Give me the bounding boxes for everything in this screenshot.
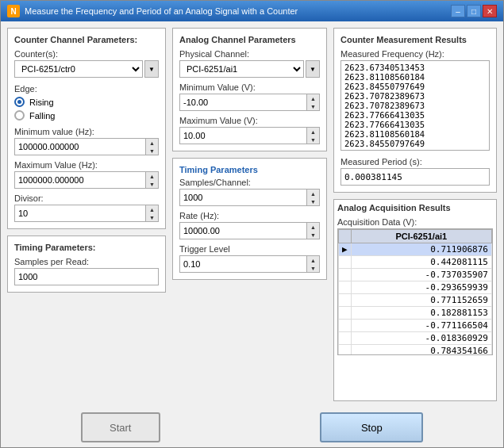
close-button[interactable]: ✕ [483,5,497,17]
row-arrow-cell [339,281,352,294]
edge-radio-group: Rising Falling [14,97,159,121]
right-column: Counter Measurement Results Measured Fre… [333,28,497,401]
rate-row: 10000.00 ▲ ▼ [179,222,320,239]
samples-channel-up[interactable]: ▲ [307,190,319,197]
rate-input[interactable]: 10000.00 [179,222,307,239]
middle-bottom-spacer [172,286,327,401]
analog-min-row: -10.00 ▲ ▼ [179,94,320,111]
samples-channel-spinner: ▲ ▼ [307,189,320,206]
max-hz-section: Maximum Value (Hz): 1000000.000000 ▲ ▼ [14,160,159,189]
row-arrow-cell [339,269,352,281]
row-value-cell: 0.711906876 [351,243,491,256]
divisor-spinner: ▲ ▼ [146,205,159,222]
table-row: -0.771166504 [339,320,492,332]
title-bar-left: N Measure the Frequency and Period of an… [7,5,298,17]
row-arrow-cell: ▶ [339,243,352,256]
samples-channel-input[interactable]: 1000 [179,189,307,206]
analog-min-down[interactable]: ▼ [307,102,319,110]
max-hz-up[interactable]: ▲ [146,172,158,180]
analog-max-spinner: ▲ ▼ [307,127,320,144]
row-value-cell: 0.771152659 [351,294,491,307]
table-row: ▶0.711906876 [339,243,492,256]
analog-min-input[interactable]: -10.00 [179,94,307,111]
analog-max-down[interactable]: ▼ [307,136,319,144]
divisor-section: Divisor: 10 ▲ ▼ [14,193,159,222]
rising-radio[interactable] [14,97,25,107]
min-hz-spinner: ▲ ▼ [146,138,159,155]
rate-spinner: ▲ ▼ [307,222,320,239]
analog-max-label: Maximum Value (V): [179,116,320,125]
table-row: 0.182881153 [339,307,492,320]
trigger-row: 0.10 ▲ ▼ [179,255,320,273]
window-title: Measure the Frequency and Period of an A… [25,6,298,16]
rate-down[interactable]: ▼ [307,231,319,239]
frequency-label: Measured Frequency (Hz): [340,49,490,59]
table-row: -0.293659939 [339,281,492,294]
divisor-up[interactable]: ▲ [146,205,158,213]
row-value-cell: -0.737035907 [351,269,491,281]
row-arrow-cell [339,332,352,345]
analog-min-up[interactable]: ▲ [307,94,319,102]
divisor-down[interactable]: ▼ [146,213,158,221]
frequency-results [340,60,490,151]
divisor-input[interactable]: 10 [14,205,146,222]
samples-per-read-input[interactable]: 1000 [14,268,159,285]
falling-radio[interactable] [14,110,25,121]
trigger-input[interactable]: 0.10 [179,255,307,273]
min-hz-input[interactable]: 100000.000000 [14,138,146,155]
rising-radio-row[interactable]: Rising [14,97,159,107]
analog-max-input[interactable]: 10.00 [179,127,307,144]
counter-section-title: Counter Channel Parameters: [14,35,159,44]
acq-label: Acquisition Data (V): [337,217,493,227]
trigger-label: Trigger Level [179,244,320,254]
table-row: -0.018360929 [339,332,492,345]
min-hz-down[interactable]: ▼ [146,147,158,155]
counter-dropdown-arrow[interactable]: ▼ [144,60,159,78]
divisor-input-row: 10 ▲ ▼ [14,205,159,222]
table-row: 0.784354166 [339,345,492,356]
period-section: Measured Period (s): 0.000381145 [340,157,490,186]
trigger-spinner: ▲ ▼ [307,255,320,273]
row-value-cell: -0.771166504 [351,320,491,332]
analog-min-label: Minimum Value (V): [179,82,320,92]
max-hz-down[interactable]: ▼ [146,180,158,188]
stop-button[interactable]: Stop [320,412,423,442]
analog-max-up[interactable]: ▲ [307,128,319,136]
min-hz-section: Minimum value (Hz): 100000.000000 ▲ ▼ [14,127,159,155]
trigger-up[interactable]: ▲ [307,256,319,264]
rate-label: Rate (Hz): [179,211,320,220]
min-hz-up[interactable]: ▲ [146,139,158,147]
divisor-label: Divisor: [14,193,159,203]
acq-section-title: Analog Acquisition Results [337,203,493,213]
start-button[interactable]: Start [81,412,160,442]
samples-channel-down[interactable]: ▼ [307,197,319,205]
middle-column: Analog Channel Parameters Physical Chann… [172,28,327,401]
minimize-button[interactable]: – [451,5,465,17]
row-value-cell: 0.442081115 [351,256,491,269]
table-row: -0.737035907 [339,269,492,281]
max-hz-spinner: ▲ ▼ [146,171,159,189]
physical-channel-arrow[interactable]: ▼ [306,60,320,78]
row-arrow-cell [339,256,352,269]
analog-min-section: Minimum Value (V): -10.00 ▲ ▼ [179,82,320,111]
counter-label: Counter(s): [14,49,159,59]
counter-dropdown[interactable]: PCI-6251/ctr0 [14,60,143,78]
counter-results-panel: Counter Measurement Results Measured Fre… [333,28,497,193]
rate-up[interactable]: ▲ [307,223,319,231]
trigger-down[interactable]: ▼ [307,264,319,272]
maximize-button[interactable]: □ [467,5,481,17]
row-arrow-cell [339,345,352,356]
rate-section: Rate (Hz): 10000.00 ▲ ▼ [179,211,320,239]
content-area: Counter Channel Parameters: Counter(s): … [1,21,503,408]
max-hz-input[interactable]: 1000000.000000 [14,171,146,189]
timing-left-title: Timing Parameters: [14,243,159,252]
min-hz-label: Minimum value (Hz): [14,127,159,136]
main-window: N Measure the Frequency and Period of an… [0,0,504,448]
counter-dropdown-row: PCI-6251/ctr0 ▼ [14,60,159,78]
table-row: 0.771152659 [339,294,492,307]
row-arrow-cell [339,294,352,307]
timing-middle-title: Timing Parameters [179,165,320,174]
physical-channel-dropdown[interactable]: PCI-6251/ai1 [179,60,304,78]
falling-radio-row[interactable]: Falling [14,110,159,121]
period-label: Measured Period (s): [340,157,490,167]
